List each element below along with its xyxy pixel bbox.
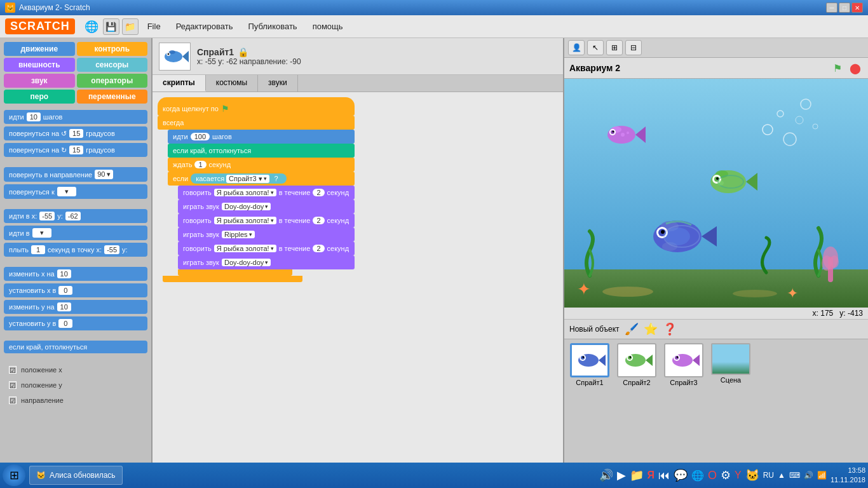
sound-category[interactable]: звук [4, 74, 75, 88]
set-x-block[interactable]: установить х в 0 [4, 283, 147, 297]
goto-xy-block[interactable]: идти в х: -55 у: -62 [4, 209, 147, 223]
stage-controls: ⚑ ⬤ [830, 60, 863, 76]
point-towards-block[interactable]: повернуться к ▾ [4, 184, 147, 199]
stop-button[interactable]: ⬤ [848, 60, 863, 76]
tool-person-icon[interactable]: 👤 [568, 40, 585, 55]
folder-taskbar-icon[interactable]: 📁 [630, 468, 644, 482]
tab-costumes[interactable]: костюмы [206, 75, 258, 92]
minimize-button[interactable]: ─ [826, 3, 837, 13]
set-y-block[interactable]: установить у в 0 [4, 316, 147, 330]
play-sound-2[interactable]: играть звук Ripples [178, 227, 355, 241]
titlebar-controls: ─ □ ✕ [826, 3, 863, 13]
move-100-block[interactable]: идти 100 шагов [168, 130, 355, 144]
file-menu[interactable]: File [141, 19, 167, 34]
svg-text:✦: ✦ [787, 285, 798, 301]
goto-block[interactable]: идти в ▾ [4, 226, 147, 240]
say-1[interactable]: говорить Я рыбка золота! в течение 2 сек… [178, 186, 355, 200]
operators-category[interactable]: операторы [77, 74, 148, 88]
media-icon[interactable]: ⏮ [658, 469, 670, 482]
sensing-category[interactable]: сенсоры [77, 58, 148, 72]
forever-block[interactable]: всегда [158, 116, 355, 130]
yandex-icon[interactable]: Я [648, 470, 655, 481]
sprite-item-2[interactable]: Спрайт2 [615, 343, 658, 459]
sprite-info: Спрайт1 🔒 x: -55 y: -62 направление: -90 [197, 47, 301, 66]
script-canvas[interactable]: когда щелкнут по ⚑ всегда идти 100 шагов [153, 92, 563, 463]
when-flag-hat[interactable]: когда щелкнут по ⚑ [158, 97, 355, 116]
tab-scripts[interactable]: скрипты [153, 75, 206, 92]
usb-icon[interactable]: ⌨ [789, 471, 800, 480]
turn-right-block[interactable]: повернуться на ↻ 15 градусов [4, 143, 147, 157]
x-position-reporter[interactable]: ☑ положение х [4, 363, 147, 376]
svg-point-45 [733, 290, 777, 297]
maximize-button[interactable]: □ [839, 3, 850, 13]
control-category[interactable]: контроль [77, 42, 148, 56]
bounce-block[interactable]: если край, оттолкнуться [4, 341, 147, 353]
program-name: Алиса обновилась [50, 471, 116, 480]
lang-indicator[interactable]: RU [763, 471, 774, 480]
star-sprite-tool[interactable]: ⭐ [644, 322, 658, 336]
change-x-block[interactable]: изменить х на 10 [4, 267, 147, 281]
scratch-taskbar-icon[interactable]: 🐱 [745, 468, 759, 482]
share-menu[interactable]: Публиковать [241, 19, 303, 34]
looks-category[interactable]: внешность [4, 58, 75, 72]
glide-block[interactable]: плыть 1 секунд в точку х: -55 у: [4, 243, 147, 257]
point-direction-block[interactable]: повернуть в направление 90 ▾ [4, 167, 147, 182]
move-block[interactable]: идти 10 шагов [4, 110, 147, 124]
viber-icon[interactable]: 💬 [674, 468, 688, 482]
svg-point-4 [169, 50, 175, 54]
stage-coords: x: 175 y: -413 [564, 308, 868, 320]
scratch-logo: SCRATCH [5, 18, 75, 34]
sprite-header: Спрайт1 🔒 x: -55 y: -62 направление: -90 [153, 38, 563, 75]
tool-zoom-out-icon[interactable]: ⊟ [625, 40, 642, 55]
play-sound-1[interactable]: играть звук Doy-doy-doy [178, 200, 355, 214]
tab-sounds[interactable]: звуки [258, 75, 298, 92]
scene-label: Сцена [721, 376, 741, 384]
direction-reporter[interactable]: ☑ направление [4, 394, 147, 407]
tool-cursor-icon[interactable]: ↖ [587, 40, 604, 55]
chrome-icon[interactable]: 🌐 [691, 470, 704, 482]
svg-point-50 [583, 356, 585, 358]
green-flag-button[interactable]: ⚑ [830, 60, 845, 76]
bounce-if-edge[interactable]: если край, оттолкнуться [168, 144, 355, 158]
svg-point-60 [677, 356, 679, 358]
close-button[interactable]: ✕ [851, 3, 863, 13]
pen-category[interactable]: перо [4, 90, 75, 104]
sound-taskbar-icon[interactable]: 🔊 [804, 471, 813, 480]
network-icon[interactable]: ▲ [778, 471, 785, 480]
scripts-wrapper: когда щелкнут по ⚑ всегда идти 100 шагов [153, 92, 360, 287]
motion-category[interactable]: движение [4, 42, 75, 56]
wait-1-sec[interactable]: ждать 1 секунд [168, 158, 355, 172]
y-position-reporter[interactable]: ☑ положение у [4, 379, 147, 391]
help-sprite-tool[interactable]: ❓ [663, 322, 677, 336]
turn-left-block[interactable]: повернуться на ↺ 15 градусов [4, 126, 147, 140]
stage-x: 175 [820, 309, 833, 318]
tool-zoom-in-icon[interactable]: ⊞ [606, 40, 623, 55]
opera-icon[interactable]: O [708, 469, 717, 482]
change-y-block[interactable]: изменить у на 10 [4, 300, 147, 314]
sprite-item-3[interactable]: Спрайт3 [662, 343, 705, 459]
play-sound-3[interactable]: играть звук Doy-doy-doy [178, 255, 355, 269]
paint-sprite-tool[interactable]: 🖌️ [625, 322, 639, 336]
svg-point-28 [717, 180, 724, 186]
language-icon[interactable]: 🌐 [85, 20, 98, 34]
if-touching-block[interactable]: если касается Спрайт3 ▾ ? [168, 172, 355, 186]
settings-icon[interactable]: ⚙ [721, 468, 731, 482]
yandex-browser-icon[interactable]: Y [735, 470, 742, 481]
scene-item[interactable]: Сцена [709, 343, 752, 459]
start-button[interactable]: ⊞ [3, 464, 25, 486]
variables-category[interactable]: переменные [77, 90, 148, 104]
media-play-icon[interactable]: ▶ [617, 468, 626, 482]
stage-view[interactable]: ✦ ✦ [564, 79, 868, 308]
edit-menu[interactable]: Редактировать [170, 19, 240, 34]
svg-text:✦: ✦ [577, 280, 591, 299]
connection-icon[interactable]: 📶 [817, 471, 827, 480]
folder-icon-button[interactable]: 📁 [122, 18, 139, 35]
active-program[interactable]: 🐱 Алиса обновилась [29, 466, 123, 485]
svg-point-18 [613, 131, 614, 133]
say-3[interactable]: говорить Я рыбка золота! в течение 2 сек… [178, 241, 355, 255]
save-icon-button[interactable]: 💾 [103, 18, 119, 35]
sprite-item-1[interactable]: Спрайт1 [568, 343, 611, 459]
volume-icon[interactable]: 🔊 [599, 468, 613, 482]
help-menu[interactable]: помощь [306, 19, 349, 34]
say-2[interactable]: говорить Я рыбка золота! в течение 2 сек… [178, 214, 355, 227]
